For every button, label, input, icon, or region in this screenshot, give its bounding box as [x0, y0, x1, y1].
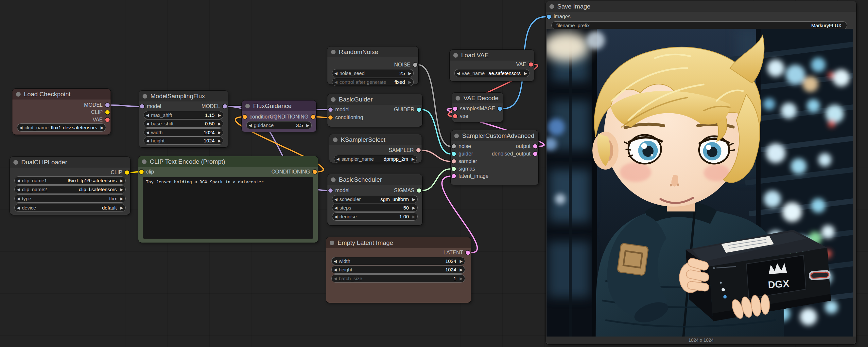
batch-size-widget[interactable]: batch_size 1 [331, 274, 465, 283]
height-widget[interactable]: height 1024 [331, 265, 465, 274]
clip-output-port[interactable] [125, 171, 129, 175]
denoised-output-port[interactable] [533, 152, 537, 156]
conditioning-output-port[interactable] [313, 170, 317, 174]
prev-arrow[interactable] [332, 197, 339, 202]
latent-image-input-port[interactable] [452, 174, 456, 178]
conditioning-input-port[interactable] [243, 115, 247, 119]
node-graph-canvas[interactable]: Load Checkpoint MODEL CLIP VAE ckpt_name… [0, 0, 868, 347]
scheduler-widget[interactable]: scheduler sgm_uniform [332, 195, 417, 203]
collapse-dot[interactable] [333, 138, 338, 142]
ckpt-name-widget[interactable]: ckpt_name flux1-dev.safetensors [17, 123, 106, 132]
next-arrow[interactable] [409, 157, 417, 162]
node-header[interactable]: Empty Latent Image [326, 237, 471, 248]
output-port[interactable] [533, 144, 537, 149]
prev-arrow[interactable] [247, 123, 254, 128]
collapse-dot[interactable] [16, 92, 21, 96]
filename-prefix-widget[interactable]: filename_prefix MarkuryFLUX [551, 21, 847, 29]
width-widget[interactable]: width 1024 [144, 128, 223, 137]
node-clip-text-encode[interactable]: CLIP Text Encode (Prompt) clip CONDITION… [138, 156, 318, 242]
samples-input-port[interactable] [453, 107, 457, 111]
guider-input-port[interactable] [452, 152, 456, 156]
node-header[interactable]: KSamplerSelect [329, 134, 422, 145]
guidance-widget[interactable]: guidance 3.5 [246, 121, 312, 129]
clip-name2-widget[interactable]: clip_name2 clip_l.safetensors [14, 185, 126, 194]
node-header[interactable]: CLIP Text Encode (Prompt) [138, 156, 318, 167]
node-basic-guider[interactable]: BasicGuider model GUIDER conditioning [328, 94, 422, 127]
next-arrow[interactable] [406, 71, 413, 76]
node-header[interactable]: BasicGuider [328, 94, 422, 105]
image-output-port[interactable] [498, 107, 502, 111]
next-arrow[interactable] [410, 214, 417, 219]
node-sampler-custom-advanced[interactable]: SamplerCustomAdvanced noise output guide… [451, 130, 538, 185]
node-basic-scheduler[interactable]: BasicScheduler model SIGMAS scheduler sg… [328, 174, 422, 225]
node-random-noise[interactable]: RandomNoise NOISE noise_seed 25 control … [328, 47, 418, 84]
next-arrow[interactable] [118, 206, 125, 210]
collapse-dot[interactable] [456, 96, 460, 100]
next-arrow[interactable] [118, 178, 125, 183]
collapse-dot[interactable] [331, 97, 336, 102]
node-vae-decode[interactable]: VAE Decode samples IMAGE vae [452, 93, 503, 122]
width-widget[interactable]: width 1024 [331, 257, 465, 265]
next-arrow[interactable] [522, 71, 529, 76]
clip-input-port[interactable] [139, 170, 144, 174]
next-arrow[interactable] [118, 187, 125, 192]
denoise-widget[interactable]: denoise 1.00 [332, 212, 417, 221]
sigmas-output-port[interactable] [417, 189, 421, 193]
prev-arrow[interactable] [334, 157, 341, 162]
max-shift-widget[interactable]: max_shift 1.15 [144, 111, 223, 119]
model-input-port[interactable] [140, 105, 144, 109]
collapse-dot[interactable] [550, 4, 554, 9]
collapse-dot[interactable] [142, 160, 147, 164]
prev-arrow[interactable] [144, 139, 151, 143]
node-load-vae[interactable]: Load VAE VAE vae_name ae.safetensors [450, 50, 534, 81]
sampler-output-port[interactable] [416, 148, 421, 152]
prev-arrow[interactable] [332, 71, 339, 76]
prev-arrow[interactable] [455, 71, 462, 76]
sampler-input-port[interactable] [452, 160, 456, 164]
base-shift-widget[interactable]: base_shift 0.50 [144, 119, 223, 128]
collapse-dot[interactable] [245, 104, 250, 108]
next-arrow[interactable] [216, 121, 223, 126]
node-header[interactable]: ModelSamplingFlux [139, 91, 228, 102]
vae-name-widget[interactable]: vae_name ae.safetensors [454, 69, 529, 77]
prev-arrow[interactable] [144, 113, 151, 118]
next-arrow[interactable] [216, 113, 223, 118]
collapse-dot[interactable] [331, 177, 336, 182]
node-header[interactable]: FluxGuidance [242, 100, 316, 111]
node-dual-clip-loader[interactable]: DualCLIPLoader CLIP clip_name1 t5xxl_fp1… [10, 157, 130, 215]
prev-arrow[interactable] [144, 121, 151, 126]
next-arrow[interactable] [458, 276, 465, 281]
vae-output-port[interactable] [105, 118, 110, 122]
next-arrow[interactable] [98, 125, 106, 130]
collapse-dot[interactable] [13, 160, 18, 165]
node-header[interactable]: BasicScheduler [328, 174, 422, 185]
clip-output-port[interactable] [105, 110, 110, 115]
noise-seed-widget[interactable]: noise_seed 25 [332, 69, 414, 77]
prev-arrow[interactable] [15, 196, 22, 201]
latent-output-port[interactable] [466, 251, 470, 255]
next-arrow[interactable] [458, 267, 465, 272]
next-arrow[interactable] [118, 196, 125, 201]
node-header[interactable]: VAE Decode [452, 93, 503, 104]
control-after-generate-widget[interactable]: control after generate fixed [332, 78, 414, 86]
next-arrow[interactable] [410, 197, 417, 202]
next-arrow[interactable] [304, 123, 311, 128]
model-input-port[interactable] [328, 108, 333, 112]
height-widget[interactable]: height 1024 [144, 137, 223, 145]
node-flux-guidance[interactable]: FluxGuidance conditioning CONDITIONING g… [242, 100, 316, 132]
next-arrow[interactable] [410, 206, 417, 210]
node-header[interactable]: Save Image [546, 1, 856, 12]
collapse-dot[interactable] [331, 50, 336, 54]
prev-arrow[interactable] [332, 206, 339, 210]
prev-arrow[interactable] [332, 214, 339, 219]
prev-arrow[interactable] [15, 187, 22, 192]
clip-name1-widget[interactable]: clip_name1 t5xxl_fp16.safetensors [14, 176, 126, 185]
images-input-port[interactable] [547, 15, 551, 19]
prev-arrow[interactable] [17, 125, 25, 130]
node-header[interactable]: SamplerCustomAdvanced [451, 130, 538, 141]
device-widget[interactable]: device default [14, 204, 126, 212]
prev-arrow[interactable] [144, 130, 151, 135]
prev-arrow[interactable] [332, 276, 339, 281]
prev-arrow[interactable] [332, 259, 339, 263]
next-arrow[interactable] [216, 130, 223, 135]
